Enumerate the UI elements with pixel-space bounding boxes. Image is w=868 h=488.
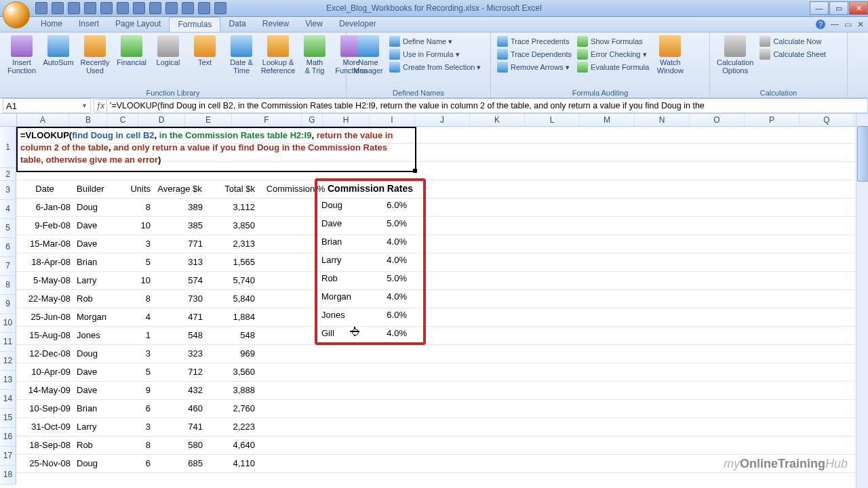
fa-left-0[interactable]: Trace Precedents: [495, 35, 574, 47]
col-header-O[interactable]: O: [690, 114, 745, 126]
fl-button-2[interactable]: Recently Used: [77, 34, 113, 96]
fl-button-0[interactable]: Insert Function: [4, 34, 39, 96]
commission-row[interactable]: Doug6.0%: [317, 196, 423, 214]
table-row[interactable]: 14-May-09Dave94323,888: [16, 381, 334, 399]
scrollbar-thumb[interactable]: [857, 126, 868, 182]
table-row[interactable]: 12-Dec-08Doug3323969: [16, 344, 334, 363]
help-icon[interactable]: ?: [816, 20, 825, 29]
col-header-F[interactable]: F: [232, 114, 302, 126]
row-header-17[interactable]: 17: [0, 447, 16, 466]
tab-data[interactable]: Data: [220, 17, 254, 32]
fa-right-1[interactable]: Error Checking ▾: [575, 48, 651, 60]
row-header-2[interactable]: 2: [0, 168, 16, 181]
fl-button-5[interactable]: Text: [187, 34, 222, 96]
fa-left-2[interactable]: Remove Arrows ▾: [495, 61, 574, 73]
qat-chart-icon[interactable]: [165, 2, 178, 14]
row-header-10[interactable]: 10: [0, 314, 16, 333]
dn-item-0[interactable]: Define Name ▾: [387, 35, 483, 47]
commission-row[interactable]: Gill4.0%: [317, 324, 423, 342]
row-header-1[interactable]: 1: [0, 127, 16, 168]
row-header-8[interactable]: 8: [0, 276, 16, 295]
commission-row[interactable]: Rob5.0%: [317, 269, 423, 287]
calculation-options-button[interactable]: Calculation Options: [714, 34, 756, 96]
minimize-button[interactable]: —: [810, 1, 829, 15]
qat-undo-icon[interactable]: [52, 2, 64, 14]
table-row[interactable]: 18-Sep-08Rob85804,640: [16, 436, 334, 454]
col-header-D[interactable]: D: [138, 114, 185, 126]
row-header-18[interactable]: 18: [0, 466, 16, 485]
fill-handle[interactable]: [413, 169, 417, 173]
commission-row[interactable]: Dave5.0%: [317, 214, 423, 232]
qat-table-icon[interactable]: [182, 2, 194, 14]
tab-insert[interactable]: Insert: [71, 17, 107, 32]
col-header-K[interactable]: K: [470, 114, 525, 126]
table-row[interactable]: 25-Jun-08Morgan44711,884: [16, 308, 334, 326]
table-row[interactable]: 10-Apr-09Dave57123,560: [16, 363, 334, 381]
table-row[interactable]: 9-Feb-08Dave103853,850: [16, 216, 334, 235]
col-header-B[interactable]: B: [69, 114, 108, 126]
name-box[interactable]: A1▼: [3, 98, 91, 113]
watch-window-button[interactable]: Watch Window: [652, 34, 688, 96]
table-row[interactable]: 22-May-08Rob87305,840: [16, 289, 334, 308]
dn-item-1[interactable]: Use in Formula ▾: [387, 48, 483, 60]
formula-bar[interactable]: '=VLOOKUP(find Doug in cell B2, in the C…: [107, 98, 868, 113]
table-row[interactable]: 10-Sep-09Brian64602,760: [16, 399, 334, 418]
commission-row[interactable]: Larry4.0%: [317, 251, 423, 269]
close-workbook-icon[interactable]: ✕: [857, 20, 864, 29]
cell-a1-merged[interactable]: =VLOOKUP(find Doug in cell B2, in the Co…: [16, 127, 416, 172]
minimize-ribbon-icon[interactable]: —: [831, 20, 839, 29]
fl-button-6[interactable]: Date & Time: [224, 34, 259, 96]
qat-pivot-icon[interactable]: [198, 2, 210, 14]
col-header-Q[interactable]: Q: [800, 114, 854, 126]
row-header-5[interactable]: 5: [0, 219, 16, 238]
tab-view[interactable]: View: [297, 17, 331, 32]
spreadsheet-grid[interactable]: ABCDEFGHIJKLMNOPQ 1234567891011121314151…: [0, 114, 868, 488]
col-header-C[interactable]: C: [108, 114, 138, 126]
table-row[interactable]: 5-May-08Larry105745,740: [16, 271, 334, 289]
row-header-6[interactable]: 6: [0, 238, 16, 257]
restore-workbook-icon[interactable]: ▭: [844, 20, 852, 29]
vertical-scrollbar[interactable]: [856, 114, 868, 488]
office-button[interactable]: [3, 1, 30, 28]
qat-preview-icon[interactable]: [133, 2, 145, 14]
fl-button-8[interactable]: Math & Trig: [297, 34, 332, 96]
col-header-H[interactable]: H: [323, 114, 370, 126]
select-all-corner[interactable]: [0, 114, 17, 126]
table-row[interactable]: 15-Mar-08Dave37712,313: [16, 235, 334, 253]
commission-row[interactable]: Jones6.0%: [317, 306, 423, 324]
table-row[interactable]: 6-Jan-08Doug83893,112: [16, 198, 334, 216]
row-header-7[interactable]: 7: [0, 257, 16, 276]
qat-print-icon[interactable]: [117, 2, 129, 14]
fl-button-1[interactable]: AutoSum: [41, 34, 76, 96]
row-header-9[interactable]: 9: [0, 295, 16, 314]
col-header-J[interactable]: J: [415, 114, 470, 126]
name-manager-button[interactable]: Name Manager: [351, 34, 386, 96]
col-header-N[interactable]: N: [635, 114, 690, 126]
qat-new-icon[interactable]: [84, 2, 96, 14]
table-row[interactable]: 15-Aug-08Jones1548548: [16, 326, 334, 344]
qat-more-icon[interactable]: [214, 2, 226, 14]
qat-redo-icon[interactable]: [68, 2, 80, 14]
row-header-4[interactable]: 4: [0, 200, 16, 219]
tab-home[interactable]: Home: [33, 17, 71, 32]
row-header-3[interactable]: 3: [0, 181, 16, 200]
qat-sort-icon[interactable]: [149, 2, 161, 14]
col-header-M[interactable]: M: [580, 114, 635, 126]
calc-item-1[interactable]: Calculate Sheet: [757, 48, 828, 60]
row-header-13[interactable]: 13: [0, 371, 16, 390]
commission-row[interactable]: Brian4.0%: [317, 232, 423, 251]
tab-formulas[interactable]: Formulas: [169, 17, 220, 32]
qat-save-icon[interactable]: [35, 2, 47, 14]
maximize-button[interactable]: ▭: [829, 1, 848, 15]
row-header-16[interactable]: 16: [0, 428, 16, 447]
namebox-dropdown-icon[interactable]: ▼: [81, 102, 87, 109]
row-header-12[interactable]: 12: [0, 352, 16, 371]
fa-right-0[interactable]: Show Formulas: [575, 35, 651, 47]
row-header-15[interactable]: 15: [0, 409, 16, 428]
dn-item-2[interactable]: Create from Selection ▾: [387, 61, 483, 73]
col-header-E[interactable]: E: [185, 114, 232, 126]
fl-button-7[interactable]: Lookup & Reference: [260, 34, 296, 96]
fa-left-1[interactable]: Trace Dependents: [495, 48, 574, 60]
row-header-14[interactable]: 14: [0, 390, 16, 409]
tab-review[interactable]: Review: [254, 17, 297, 32]
